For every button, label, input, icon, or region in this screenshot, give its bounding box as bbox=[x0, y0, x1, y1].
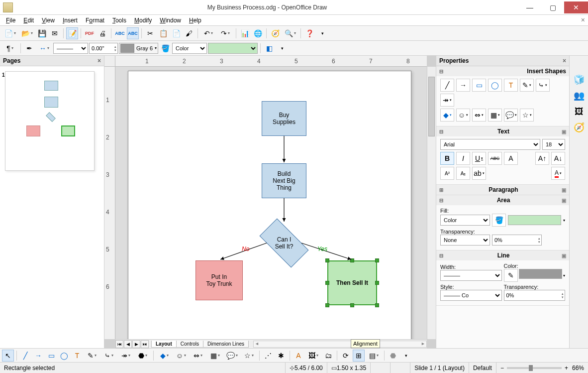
line-color-swatch[interactable] bbox=[519, 269, 563, 279]
area-button[interactable]: 🪣 bbox=[159, 42, 171, 54]
btool-from-file[interactable]: 🖼 bbox=[305, 350, 321, 362]
shape-decision[interactable]: Can I Sell It? bbox=[262, 221, 306, 265]
pages-panel-close[interactable]: × bbox=[98, 57, 101, 64]
nav-next[interactable]: ▶ bbox=[132, 340, 140, 348]
label-no[interactable]: No bbox=[242, 246, 249, 252]
nav-first[interactable]: ⏮ bbox=[115, 340, 123, 348]
resize-handle[interactable] bbox=[325, 258, 329, 262]
btool-3d[interactable]: ⬣ bbox=[135, 350, 151, 362]
tool-flowchart[interactable]: ▦ bbox=[488, 109, 502, 122]
menu-help[interactable]: Help bbox=[185, 16, 205, 25]
page-thumbnail[interactable] bbox=[5, 71, 95, 171]
btool-line[interactable]: ╱ bbox=[19, 350, 31, 362]
drawing-page[interactable]: Buy Supplies Build Next Big Thing Can I … bbox=[128, 71, 411, 339]
btool-block-arrows[interactable]: ⇔ bbox=[190, 350, 206, 362]
tool-curve[interactable]: ✎ bbox=[520, 79, 534, 92]
sidebar-styles-icon[interactable]: 👥 bbox=[572, 89, 586, 103]
btool-arrow[interactable]: → bbox=[32, 350, 44, 362]
resize-handle[interactable] bbox=[325, 281, 329, 285]
btool-fontwork[interactable]: A bbox=[293, 350, 304, 362]
shadow-text-button[interactable]: A bbox=[504, 152, 518, 165]
menu-edit[interactable]: Edit bbox=[19, 16, 38, 25]
font-size-combo[interactable]: 18 bbox=[542, 139, 565, 150]
line-endpoint-button[interactable]: ✒ bbox=[23, 42, 35, 54]
export-pdf-button[interactable]: PDF bbox=[84, 27, 96, 39]
maximize-button[interactable]: ▢ bbox=[541, 1, 564, 13]
expand-para-icon[interactable]: ▣ bbox=[562, 187, 566, 193]
btool-lines-arrows[interactable]: ↠ bbox=[118, 350, 134, 362]
tool-text[interactable]: T bbox=[504, 79, 518, 92]
increase-font-button[interactable]: A↑ bbox=[535, 152, 549, 165]
fill-mode-combo[interactable]: Color bbox=[172, 43, 207, 54]
line-color-pencil[interactable]: ✎ bbox=[504, 269, 518, 282]
sidebar-navigator-icon[interactable]: 🧭 bbox=[572, 121, 586, 134]
strike-button[interactable]: ABC bbox=[488, 152, 502, 165]
tool-callouts[interactable]: 💬 bbox=[504, 109, 518, 122]
zoom-out-icon[interactable]: − bbox=[500, 365, 504, 372]
nav-last[interactable]: ⏭ bbox=[141, 340, 149, 348]
help-button[interactable]: ❓ bbox=[303, 27, 315, 39]
btool-symbols[interactable]: ☺ bbox=[173, 350, 189, 362]
open-button[interactable]: 📂 bbox=[19, 27, 35, 39]
btool-extrusion[interactable]: ⬣ bbox=[387, 350, 399, 362]
resize-handle[interactable] bbox=[375, 303, 379, 307]
zoom-in-icon[interactable]: + bbox=[565, 365, 568, 372]
navigator-button[interactable]: 🧭 bbox=[269, 27, 281, 39]
menu-view[interactable]: View bbox=[38, 16, 59, 25]
canvas-viewport[interactable]: Buy Supplies Build Next Big Thing Can I … bbox=[115, 67, 427, 339]
resize-handle[interactable] bbox=[375, 281, 379, 285]
zoom-value[interactable]: 66% bbox=[572, 365, 584, 372]
horizontal-ruler[interactable]: 12345678 bbox=[115, 56, 427, 67]
new-button[interactable]: 📄 bbox=[2, 27, 18, 39]
btool-edit-points[interactable]: ⋰ bbox=[262, 350, 274, 362]
btool-rotate[interactable]: ⟳ bbox=[340, 350, 352, 362]
tool-line[interactable]: ╱ bbox=[440, 79, 454, 92]
menu-insert[interactable]: Insert bbox=[59, 16, 82, 25]
italic-button[interactable]: I bbox=[456, 152, 470, 165]
section-line[interactable]: Line▣ bbox=[436, 250, 569, 260]
resize-handle[interactable] bbox=[375, 258, 379, 262]
bold-button[interactable]: B bbox=[440, 152, 454, 165]
chart-button[interactable]: 📊 bbox=[239, 27, 251, 39]
btool-callouts[interactable]: 💬 bbox=[224, 350, 240, 362]
shape-buy-supplies[interactable]: Buy Supplies bbox=[262, 101, 306, 136]
shadow-button[interactable]: ◧ bbox=[263, 42, 275, 54]
line-style-select[interactable]: ——— Co bbox=[440, 290, 502, 301]
vertical-scrollbar[interactable] bbox=[427, 67, 436, 339]
transparency-value-spinner[interactable]: 0% bbox=[492, 235, 542, 246]
highlight-button[interactable]: ab bbox=[472, 167, 486, 180]
status-style[interactable]: Default bbox=[469, 363, 496, 373]
expand-area-icon[interactable]: ▣ bbox=[562, 198, 566, 203]
sub-button[interactable]: A₂ bbox=[456, 167, 470, 180]
btool-alignment[interactable]: ⊞ bbox=[353, 350, 365, 362]
hyperlink-button[interactable]: 🌐 bbox=[252, 27, 264, 39]
zoom-slider[interactable] bbox=[507, 367, 562, 369]
swap-fill-button[interactable]: 🪣 bbox=[492, 214, 506, 227]
resize-handle[interactable] bbox=[350, 258, 354, 262]
tool-block-arrows[interactable]: ⇔ bbox=[472, 109, 486, 122]
btool-overflow[interactable]: ▾ bbox=[400, 350, 412, 362]
select-tool[interactable]: ↖ bbox=[2, 350, 14, 362]
expand-text-icon[interactable]: ▣ bbox=[562, 129, 566, 134]
btool-text[interactable]: T bbox=[71, 350, 83, 362]
cut-button[interactable]: ✂ bbox=[144, 27, 156, 39]
decrease-font-button[interactable]: A↓ bbox=[551, 152, 565, 165]
tool-rect[interactable]: ▭ bbox=[472, 79, 486, 92]
paste-button[interactable]: 📄 bbox=[170, 27, 182, 39]
sidebar-gallery-icon[interactable]: 🖼 bbox=[572, 105, 586, 119]
btool-arrange[interactable]: ▤ bbox=[366, 350, 382, 362]
fill-color-combo[interactable] bbox=[208, 43, 258, 54]
section-insert-shapes[interactable]: Insert Shapes bbox=[436, 66, 569, 76]
styles-button[interactable]: ¶ bbox=[2, 42, 18, 54]
zoom-button[interactable]: 🔍 bbox=[282, 27, 298, 39]
toolbar-overflow[interactable]: ▾ bbox=[316, 27, 328, 39]
btool-flowchart[interactable]: ▦ bbox=[207, 350, 223, 362]
btool-ellipse[interactable]: ◯ bbox=[58, 350, 70, 362]
font-name-combo[interactable]: Arial bbox=[440, 139, 540, 150]
resize-handle[interactable] bbox=[350, 303, 354, 307]
tab-dimension-lines[interactable]: Dimension Lines bbox=[203, 341, 249, 348]
save-button[interactable]: 💾 bbox=[36, 27, 48, 39]
line-transp-spinner[interactable]: 0% bbox=[504, 290, 566, 301]
tool-ellipse[interactable]: ◯ bbox=[488, 79, 502, 92]
btool-glue-points[interactable]: ✱ bbox=[275, 350, 287, 362]
